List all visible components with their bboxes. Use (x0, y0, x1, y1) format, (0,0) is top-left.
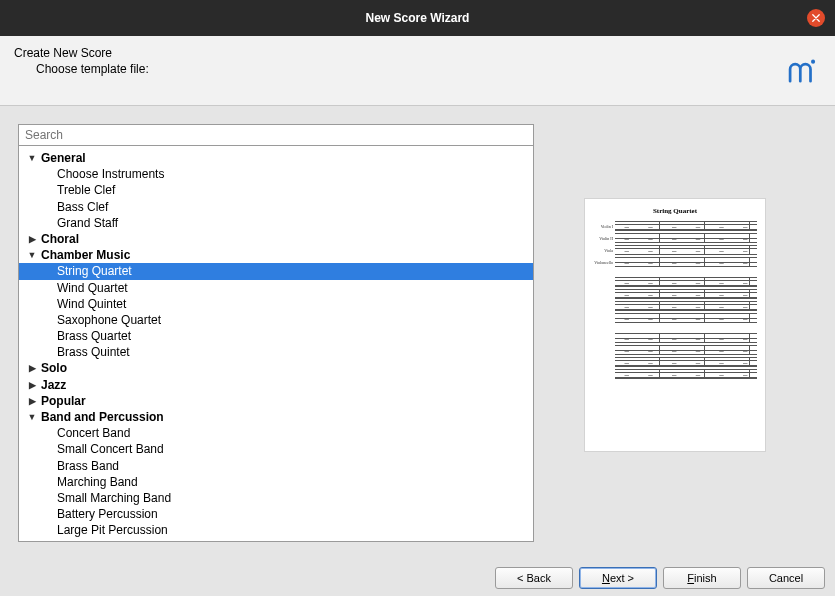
preview-system: Violin I––––––Violin II––––––Viola––––––… (593, 221, 757, 267)
tree-group-label: Jazz (41, 377, 66, 393)
back-button-label: < Back (517, 572, 551, 584)
tree-item[interactable]: Wind Quintet (19, 296, 533, 312)
instrument-label: Viola (593, 248, 615, 253)
tree-item[interactable]: Small Pit Percussion (19, 539, 533, 543)
tree-group-header[interactable]: ▶Solo (19, 360, 533, 376)
preview-staff-row: Violoncello–––––– (593, 257, 757, 267)
tree-group-label: General (41, 150, 86, 166)
tree-item[interactable]: Bass Clef (19, 199, 533, 215)
template-tree[interactable]: ▼GeneralChoose InstrumentsTreble ClefBas… (18, 146, 534, 542)
cancel-button-label: Cancel (769, 572, 803, 584)
close-button[interactable] (807, 9, 825, 27)
preview-system: –––––––––––––––––––––––– (593, 277, 757, 323)
staff: –––––– (615, 369, 757, 379)
preview-systems: Violin I––––––Violin II––––––Viola––––––… (593, 221, 757, 379)
staff: –––––– (615, 233, 757, 243)
staff: –––––– (615, 345, 757, 355)
tree-group-header[interactable]: ▶Jazz (19, 377, 533, 393)
tree-group-label: Choral (41, 231, 79, 247)
chevron-right-icon: ▶ (25, 362, 39, 374)
instrument-label: Violin II (593, 236, 615, 241)
page-subtitle: Choose template file: (36, 62, 821, 76)
tree-group-label: Popular (41, 393, 86, 409)
tree-group-header[interactable]: ▶Popular (19, 393, 533, 409)
tree-item[interactable]: Grand Staff (19, 215, 533, 231)
staff: –––––– (615, 221, 757, 231)
staff: –––––– (615, 301, 757, 311)
finish-button-label: Finish (687, 572, 716, 584)
tree-item[interactable]: String Quartet (19, 263, 533, 279)
tree-item[interactable]: Marching Band (19, 474, 533, 490)
staff: –––––– (615, 257, 757, 267)
preview-system: –––––––––––––––––––––––– (593, 333, 757, 379)
banner: Create New Score Choose template file: (0, 36, 835, 106)
tree-group-label: Band and Percussion (41, 409, 164, 425)
template-panel: ▼GeneralChoose InstrumentsTreble ClefBas… (18, 124, 534, 542)
musescore-logo (785, 54, 819, 88)
tree-item[interactable]: Saxophone Quartet (19, 312, 533, 328)
staff: –––––– (615, 245, 757, 255)
tree-item[interactable]: Concert Band (19, 425, 533, 441)
tree-item[interactable]: Brass Quintet (19, 344, 533, 360)
chevron-right-icon: ▶ (25, 395, 39, 407)
preview-staff-row: Viola–––––– (593, 245, 757, 255)
tree-group-header[interactable]: ▼Chamber Music (19, 247, 533, 263)
back-button[interactable]: < Back (495, 567, 573, 589)
tree-group-header[interactable]: ▼General (19, 150, 533, 166)
tree-item[interactable]: Treble Clef (19, 182, 533, 198)
tree-group-label: Chamber Music (41, 247, 130, 263)
svg-point-1 (811, 59, 815, 63)
finish-button[interactable]: Finish (663, 567, 741, 589)
instrument-label: Violin I (593, 224, 615, 229)
staff: –––––– (615, 277, 757, 287)
window-title: New Score Wizard (366, 11, 470, 25)
tree-item[interactable]: Large Pit Percussion (19, 522, 533, 538)
chevron-down-icon: ▼ (25, 152, 39, 164)
staff: –––––– (615, 333, 757, 343)
preview-title: String Quartet (593, 207, 757, 215)
tree-item[interactable]: Brass Band (19, 458, 533, 474)
content: ▼GeneralChoose InstrumentsTreble ClefBas… (0, 106, 835, 560)
tree-item[interactable]: Brass Quartet (19, 328, 533, 344)
staff: –––––– (615, 289, 757, 299)
tree-group-header[interactable]: ▼Band and Percussion (19, 409, 533, 425)
preview-staff-row: –––––– (593, 357, 757, 367)
tree-item[interactable]: Small Concert Band (19, 441, 533, 457)
page-title: Create New Score (14, 46, 821, 60)
close-icon (812, 14, 820, 22)
preview-staff-row: –––––– (593, 301, 757, 311)
staff: –––––– (615, 313, 757, 323)
chevron-right-icon: ▶ (25, 233, 39, 245)
titlebar: New Score Wizard (0, 0, 835, 36)
tree-item[interactable]: Small Marching Band (19, 490, 533, 506)
tree-item[interactable]: Battery Percussion (19, 506, 533, 522)
preview-staff-row: –––––– (593, 289, 757, 299)
musescore-logo-icon (785, 54, 819, 88)
chevron-down-icon: ▼ (25, 411, 39, 423)
tree-group-header[interactable]: ▶Choral (19, 231, 533, 247)
staff: –––––– (615, 357, 757, 367)
chevron-right-icon: ▶ (25, 379, 39, 391)
tree-item[interactable]: Choose Instruments (19, 166, 533, 182)
preview-staff-row: –––––– (593, 277, 757, 287)
preview-staff-row: –––––– (593, 369, 757, 379)
cancel-button[interactable]: Cancel (747, 567, 825, 589)
next-button[interactable]: Next > (579, 567, 657, 589)
footer: < Back Next > Finish Cancel (0, 560, 835, 596)
tree-group-label: Solo (41, 360, 67, 376)
preview-staff-row: Violin II–––––– (593, 233, 757, 243)
next-button-label: Next > (602, 572, 634, 584)
preview-staff-row: –––––– (593, 313, 757, 323)
preview-staff-row: –––––– (593, 345, 757, 355)
instrument-label: Violoncello (593, 260, 615, 265)
tree-item[interactable]: Wind Quartet (19, 280, 533, 296)
preview-pane: String Quartet Violin I––––––Violin II––… (584, 198, 766, 452)
preview-staff-row: Violin I–––––– (593, 221, 757, 231)
preview-staff-row: –––––– (593, 333, 757, 343)
chevron-down-icon: ▼ (25, 249, 39, 261)
search-input[interactable] (18, 124, 534, 146)
